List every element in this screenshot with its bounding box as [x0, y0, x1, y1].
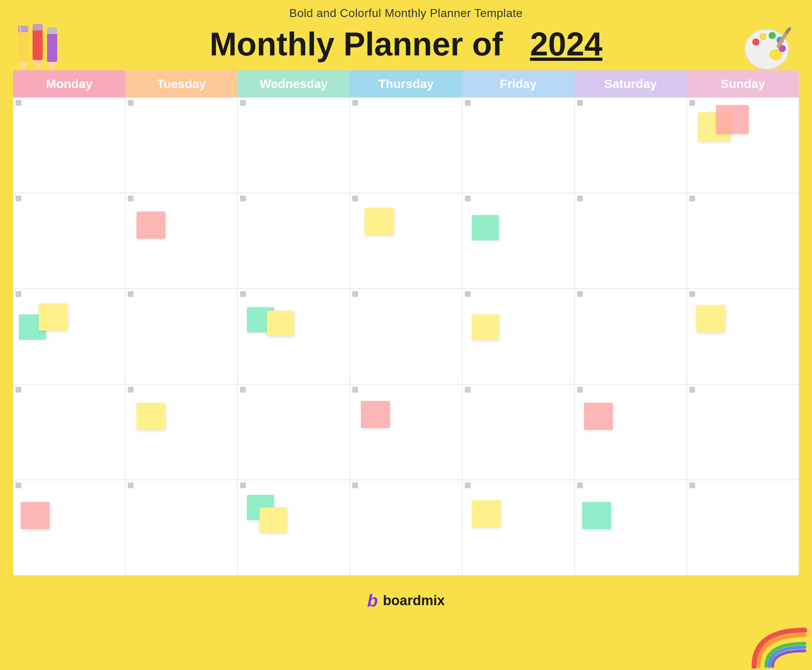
svg-point-13 [760, 33, 767, 40]
sticky-note [716, 105, 749, 134]
header-friday: Friday [462, 70, 574, 97]
rainbow-decoration [750, 626, 801, 663]
cal-cell-r5-c3 [238, 480, 350, 575]
cal-cell-r2-c3 [238, 193, 350, 289]
cal-cell-r2-c2 [125, 193, 238, 289]
cal-cell-r4-c1 [13, 384, 125, 480]
cal-cell-r2-c5 [462, 193, 574, 289]
cal-cell-r3-c7 [687, 289, 799, 384]
cal-cell-r3-c5 [462, 289, 574, 384]
cal-cell-r5-c5 [462, 480, 574, 575]
top-banner: Bold and Colorful Monthly Planner Templa… [0, 0, 812, 22]
cal-cell-r2-c6 [574, 193, 687, 289]
pencils-decoration [15, 22, 71, 74]
cal-cell-r1-c1 [13, 97, 125, 193]
cal-cell-r5-c6 [574, 480, 687, 575]
header-monday: Monday [13, 70, 125, 97]
cal-cell-r2-c4 [350, 193, 462, 289]
brand-name: boardmix [383, 593, 445, 608]
sticky-note [267, 311, 294, 336]
sticky-note [584, 403, 613, 430]
sticky-note [20, 502, 50, 529]
cal-cell-r1-c5 [462, 97, 574, 193]
sticky-note [472, 500, 501, 527]
cal-cell-r5-c7 [687, 480, 799, 575]
svg-rect-6 [32, 24, 43, 30]
cal-cell-r4-c6 [574, 384, 687, 480]
cal-cell-r1-c3 [238, 97, 350, 193]
cal-cell-r4-c5 [462, 384, 574, 480]
cal-cell-r3-c4 [350, 289, 462, 384]
sticky-note [361, 401, 390, 428]
boardmix-logo-icon: b [367, 590, 378, 611]
cal-cell-r2-c7 [687, 193, 799, 289]
cal-cell-r5-c2 [125, 480, 238, 575]
calendar: Monday Tuesday Wednesday Thursday Friday… [13, 70, 799, 575]
header-title: Monthly Planner of 2024 [209, 26, 603, 63]
svg-marker-1 [18, 62, 28, 71]
sticky-note [696, 305, 725, 332]
cal-cell-r1-c6 [574, 97, 687, 193]
sticky-note [582, 502, 611, 529]
cal-cell-r3-c6 [574, 289, 687, 384]
svg-rect-9 [47, 27, 57, 34]
cal-cell-r1-c4 [350, 97, 462, 193]
sticky-note [365, 208, 393, 235]
cal-cell-r1-c2 [125, 97, 238, 193]
cal-cell-r4-c2 [125, 384, 238, 480]
svg-point-12 [752, 38, 760, 46]
sticky-note [137, 211, 165, 239]
cal-cell-r5-c1 [13, 480, 125, 575]
sticky-note [260, 508, 287, 533]
cal-cell-r3-c1 [13, 289, 125, 384]
cal-cell-r5-c4 [350, 480, 462, 575]
cal-cell-r4-c4 [350, 384, 462, 480]
footer: b boardmix [0, 583, 812, 616]
banner-title: Bold and Colorful Monthly Planner Templa… [289, 7, 523, 20]
cal-cell-r2-c1 [13, 193, 125, 289]
cal-cell-r3-c3 [238, 289, 350, 384]
svg-point-14 [768, 32, 776, 39]
cal-cell-r4-c7 [687, 384, 799, 480]
sticky-note [137, 403, 165, 430]
header-area: Monthly Planner of 2024 [0, 22, 812, 70]
svg-rect-3 [20, 27, 21, 32]
header-wednesday: Wednesday [238, 70, 350, 97]
day-headers: Monday Tuesday Wednesday Thursday Friday… [13, 70, 799, 97]
svg-marker-5 [32, 60, 43, 70]
sticky-note [472, 315, 499, 340]
header-saturday: Saturday [574, 70, 687, 97]
header-thursday: Thursday [350, 70, 462, 97]
sticky-note [39, 303, 68, 331]
cal-cell-r4-c3 [238, 384, 350, 480]
sticky-note [472, 215, 499, 240]
header-tuesday: Tuesday [125, 70, 238, 97]
palette-decoration [739, 20, 797, 76]
calendar-grid [13, 97, 799, 575]
svg-marker-8 [47, 62, 57, 71]
cal-cell-r1-c7 [687, 97, 799, 193]
cal-cell-r3-c2 [125, 289, 238, 384]
